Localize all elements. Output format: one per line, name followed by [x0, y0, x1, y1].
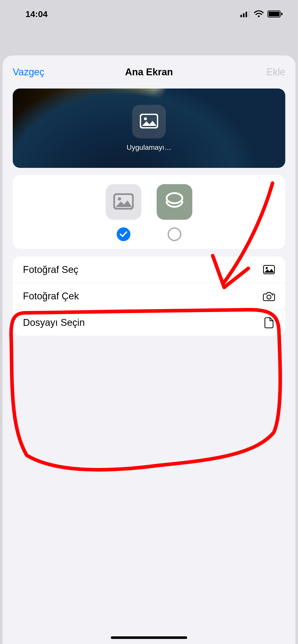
add-to-home-sheet: Vazgeç Ana Ekran Ekle Uygulamayı… [3, 55, 295, 644]
app-icon-placeholder [132, 105, 166, 138]
svg-point-15 [272, 295, 273, 296]
menu-take-photo[interactable]: Fotoğraf Çek [13, 283, 285, 309]
add-button[interactable]: Ekle [256, 67, 295, 78]
menu-item-label: Fotoğraf Seç [23, 264, 78, 275]
svg-point-4 [258, 16, 260, 17]
menu-item-label: Fotoğraf Çek [23, 291, 79, 302]
photo-icon [263, 265, 275, 274]
camera-icon [263, 291, 275, 301]
home-indicator [111, 636, 187, 639]
svg-point-11 [118, 197, 121, 201]
icon-option-shortcut[interactable] [157, 184, 192, 241]
svg-point-14 [267, 295, 271, 299]
svg-rect-3 [248, 11, 250, 17]
svg-point-9 [144, 117, 147, 120]
svg-rect-0 [240, 15, 242, 17]
status-time: 14:04 [25, 9, 48, 19]
radio-selected-icon [117, 227, 130, 241]
wifi-icon [254, 10, 264, 18]
home-screen-preview: Uygulamayı… [13, 89, 285, 168]
nav-bar: Vazgeç Ana Ekran Ekle [3, 55, 295, 89]
icon-style-picker [13, 175, 285, 249]
menu-item-label: Dosyayı Seçin [23, 317, 85, 328]
svg-rect-6 [269, 12, 280, 17]
shortcut-icon [164, 191, 185, 213]
svg-rect-7 [281, 13, 282, 15]
svg-point-13 [266, 267, 268, 269]
photo-icon [113, 193, 134, 211]
battery-icon [267, 10, 283, 18]
icon-option-shortcut-tile [157, 184, 192, 220]
status-right [240, 10, 283, 18]
cellular-icon [240, 11, 250, 17]
svg-rect-1 [243, 13, 245, 17]
radio-unselected-icon [168, 227, 181, 241]
menu-choose-photo[interactable]: Fotoğraf Seç [13, 256, 285, 283]
cancel-button[interactable]: Vazgeç [3, 67, 55, 78]
app-icon-label: Uygulamayı… [127, 143, 171, 152]
file-icon [263, 317, 275, 328]
menu-choose-file[interactable]: Dosyayı Seçin [13, 309, 285, 336]
image-source-menu: Fotoğraf Seç Fotoğraf Çek Dosyayı Seçin [13, 256, 285, 336]
icon-option-photo-tile [106, 184, 141, 220]
icon-option-photo[interactable] [106, 184, 141, 241]
svg-rect-2 [246, 12, 247, 17]
photo-icon [140, 114, 158, 129]
status-bar: 14:04 [0, 0, 298, 28]
